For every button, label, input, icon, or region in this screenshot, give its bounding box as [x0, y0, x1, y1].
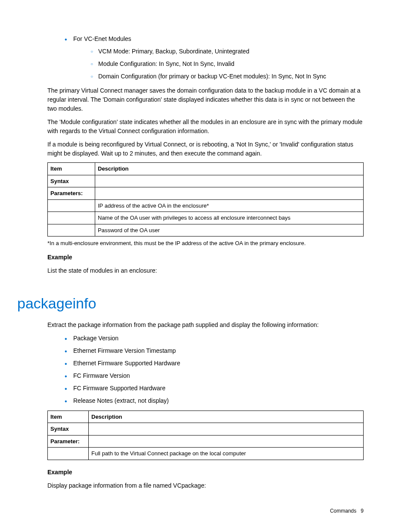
table-header-description: Description	[89, 411, 364, 423]
table-header-item: Item	[48, 163, 95, 175]
sub-item: Domain Configuration (for primary or bac…	[90, 72, 364, 81]
cell-desc: IP address of the active OA in the enclo…	[95, 199, 364, 212]
modulestate-table: Item Description Syntax Parameters: IP a…	[47, 162, 364, 236]
table-row: Name of the OA user with privileges to a…	[48, 212, 364, 224]
cell-desc: Name of the OA user with privileges to a…	[95, 212, 364, 224]
cell-desc: Password of the OA user	[95, 224, 364, 236]
sub-list: VCM Mode: Primary, Backup, Subordinate, …	[73, 47, 364, 81]
packageinfo-intro: Extract the package information from the…	[47, 320, 364, 330]
cell-desc	[89, 435, 364, 448]
table-footnote: *In a multi-enclosure environment, this …	[47, 239, 364, 248]
sub-item: Module Configuration: In Sync, Not In Sy…	[90, 59, 364, 68]
table-row: Parameters:	[48, 187, 364, 200]
cell-item: Syntax	[48, 175, 95, 187]
list-item: Ethernet Firmware Supported Hardware	[65, 359, 364, 368]
footer-section: Commands	[330, 508, 356, 514]
cell-item: Parameter:	[48, 435, 89, 448]
cell-item: Parameters:	[48, 187, 95, 200]
cell-desc	[95, 175, 364, 187]
table-row: Parameter:	[48, 435, 364, 448]
cell-desc: Full path to the Virtual Connect package…	[89, 448, 364, 460]
list-item: Release Notes (extract, not display)	[65, 396, 364, 405]
example-text: List the state of modules in an enclosur…	[47, 266, 364, 275]
cell-item	[48, 199, 95, 212]
list-item: Package Version	[65, 334, 364, 343]
list-item: FC Firmware Supported Hardware	[65, 384, 364, 393]
packageinfo-list: Package Version Ethernet Firmware Versio…	[47, 334, 364, 405]
page-footer: Commands 9	[330, 507, 364, 515]
example-label: Example	[47, 468, 364, 477]
list-text: For VC-Enet Modules	[73, 35, 131, 42]
table-row: IP address of the active OA in the enclo…	[48, 199, 364, 212]
example-label: Example	[47, 253, 364, 262]
cell-item	[48, 224, 95, 236]
paragraph-module-config: The 'Module configuration' state indicat…	[47, 118, 364, 136]
table-header-description: Description	[95, 163, 364, 175]
cell-desc	[95, 187, 364, 200]
list-item: FC Firmware Version	[65, 371, 364, 380]
footer-page-number: 9	[361, 508, 364, 514]
table-row: Password of the OA user	[48, 224, 364, 236]
sub-item: VCM Mode: Primary, Backup, Subordinate, …	[90, 47, 364, 56]
paragraph-primary-vc: The primary Virtual Connect manager save…	[47, 86, 364, 113]
cell-item	[48, 212, 95, 224]
example-text: Display package information from a file …	[47, 481, 364, 490]
cell-desc	[89, 423, 364, 436]
list-item: Ethernet Firmware Version Timestamp	[65, 346, 364, 355]
cell-item: Syntax	[48, 423, 89, 436]
vc-enet-list: For VC-Enet Modules VCM Mode: Primary, B…	[47, 34, 364, 81]
paragraph-reconfigured: If a module is being reconfigured by Vir…	[47, 140, 364, 158]
list-item: For VC-Enet Modules VCM Mode: Primary, B…	[65, 34, 364, 81]
table-row: Syntax	[48, 423, 364, 436]
cell-item	[48, 448, 89, 460]
section-title-packageinfo: packageinfo	[17, 292, 364, 314]
packageinfo-table: Item Description Syntax Parameter: Full …	[47, 411, 364, 460]
table-row: Full path to the Virtual Connect package…	[48, 448, 364, 460]
table-header-item: Item	[48, 411, 89, 423]
table-row: Syntax	[48, 175, 364, 187]
